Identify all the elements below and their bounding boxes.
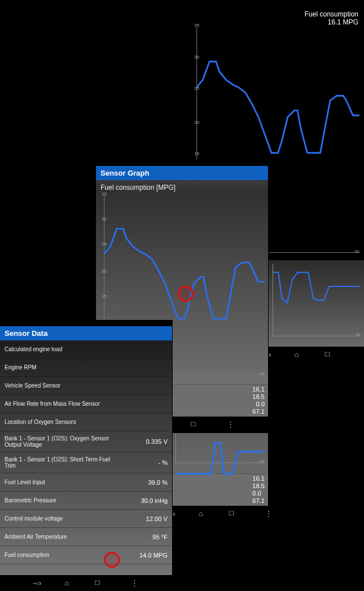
sensor-value: 14.0 MPG: [139, 552, 168, 559]
back-icon[interactable]: [33, 580, 41, 586]
sensor-row[interactable]: Engine RPM: [0, 359, 172, 377]
x-tick-end: 0s: [260, 371, 265, 376]
sensor-label: Barometric Pressure: [5, 497, 56, 503]
sensor-data-screen: Sensor Data Calculated engine loadEngine…: [0, 321, 172, 591]
sensor-label: Control module voltage: [5, 515, 63, 522]
home-icon[interactable]: [198, 510, 203, 518]
fuel-chart-screen-mini: 0s ⋮: [268, 260, 364, 363]
mini-chart[interactable]: 0s: [268, 260, 364, 347]
sensor-row[interactable]: Fuel Level Input39.0 %: [0, 473, 172, 492]
stat-avg: 18.5: [253, 393, 265, 401]
sensor-value: 12.00 V: [146, 515, 168, 522]
sensor-label: Engine RPM: [5, 364, 36, 371]
sensor-graph-subtitle: Fuel consumption [MPG]: [96, 180, 268, 193]
sensor-row[interactable]: Location of Oxygen Sensors: [0, 413, 172, 431]
stat-min: 0.0: [253, 401, 265, 408]
sensor-row[interactable]: Ambient Air Temperature95 °F: [0, 528, 172, 546]
recents-icon[interactable]: [190, 421, 191, 428]
sensor-value: 0.335 V: [146, 438, 168, 445]
sensor-data-list[interactable]: Calculated engine loadEngine RPMVehicle …: [0, 340, 172, 575]
sensor-label: Bank 1 - Sensor 1 (O2S): Oxygen Sensor O…: [5, 435, 112, 448]
sensor-value: - %: [158, 459, 168, 466]
overflow-icon[interactable]: ⋮: [131, 582, 138, 584]
chart-header: Fuel consumption 16.1 MPG: [192, 8, 364, 27]
sensor-value: 30.0 inHg: [141, 497, 168, 504]
recents-icon[interactable]: [228, 510, 229, 517]
stat-max: 67.1: [253, 408, 265, 415]
sensor-label: Location of Oxygen Sensors: [5, 419, 76, 425]
recents-icon[interactable]: [94, 580, 95, 586]
sensor-value: 95 °F: [153, 534, 168, 540]
home-icon[interactable]: [294, 351, 299, 359]
sensor-row[interactable]: Fuel consumption14.0 MPG: [0, 546, 172, 564]
sensor-value: 39.0 %: [148, 479, 168, 486]
home-icon[interactable]: [64, 579, 69, 587]
sensor-label: Ambient Air Temperature: [5, 534, 67, 540]
status-bar: [0, 321, 172, 326]
sensor-row[interactable]: Control module voltage12.00 V: [0, 510, 172, 528]
x-tick-end: 0s: [356, 332, 361, 337]
sensor-label: Calculated engine load: [5, 346, 62, 352]
x-tick-end: 0s: [355, 249, 359, 254]
sensor-graph-title: Sensor Graph: [96, 166, 268, 180]
sensor-label: Fuel consumption: [5, 552, 49, 558]
overflow-icon[interactable]: ⋮: [361, 353, 364, 356]
sensor-label: Fuel Level Input: [5, 479, 45, 485]
status-bar: [192, 0, 364, 8]
sensor-row[interactable]: Calculated engine load: [0, 340, 172, 359]
overflow-icon[interactable]: ⋮: [265, 513, 272, 515]
sensor-label: Vehicle Speed Sensor: [5, 382, 60, 389]
chart-title: Fuel consumption: [198, 10, 358, 18]
sensor-row[interactable]: Bank 1 - Sensor 1 (O2S): Oxygen Sensor O…: [0, 431, 172, 452]
chart-line: [176, 425, 265, 514]
sensor-label: Bank 1 - Sensor 1 (O2S): Short Term Fuel…: [5, 456, 112, 469]
sensor-row[interactable]: Vehicle Speed Sensor: [0, 377, 172, 395]
sensor-row[interactable]: Bank 1 - Sensor 1 (O2S): Short Term Fuel…: [0, 452, 172, 473]
chart-current-value: 16.1 MPG: [198, 18, 358, 26]
overflow-icon[interactable]: ⋮: [227, 423, 234, 426]
sensor-data-title: Sensor Data: [0, 326, 172, 340]
status-bar: [96, 160, 268, 166]
sensor-row[interactable]: Air Flow Rate from Mass Flow Sensor: [0, 395, 172, 413]
recents-icon[interactable]: [324, 351, 325, 358]
stat-value: 16.1: [253, 386, 265, 393]
sensor-label: Air Flow Rate from Mass Flow Sensor: [5, 401, 100, 407]
sensor-row[interactable]: Barometric Pressure30.0 inHg: [0, 492, 172, 510]
chart-line: [273, 264, 361, 351]
android-nav-bar: ⋮: [0, 575, 172, 591]
